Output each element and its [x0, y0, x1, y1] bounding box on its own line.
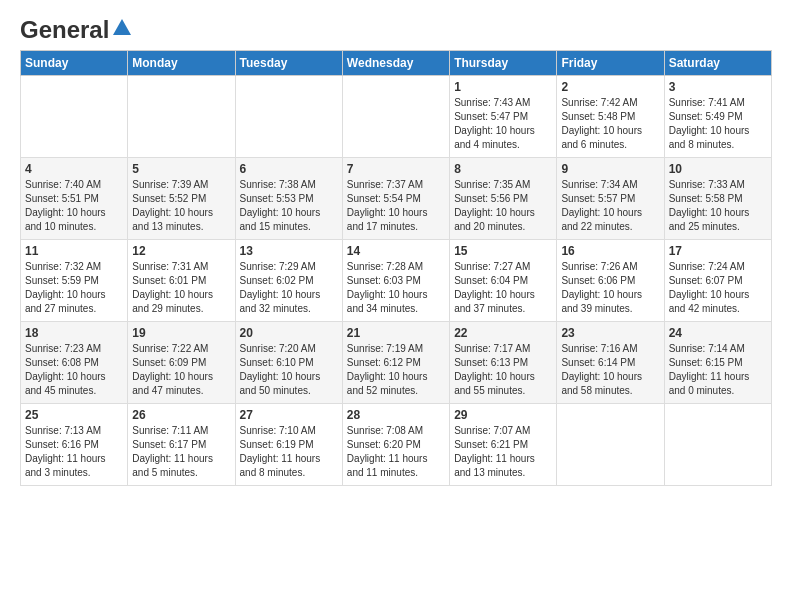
day-number: 1	[454, 80, 552, 94]
header-row: SundayMondayTuesdayWednesdayThursdayFrid…	[21, 51, 772, 76]
header: General	[20, 16, 772, 40]
day-number: 4	[25, 162, 123, 176]
week-row-1: 1Sunrise: 7:43 AMSunset: 5:47 PMDaylight…	[21, 76, 772, 158]
calendar-cell: 12Sunrise: 7:31 AMSunset: 6:01 PMDayligh…	[128, 240, 235, 322]
day-number: 13	[240, 244, 338, 258]
calendar-cell: 1Sunrise: 7:43 AMSunset: 5:47 PMDaylight…	[450, 76, 557, 158]
logo-general: General	[20, 16, 109, 44]
col-header-tuesday: Tuesday	[235, 51, 342, 76]
calendar-cell: 16Sunrise: 7:26 AMSunset: 6:06 PMDayligh…	[557, 240, 664, 322]
day-number: 12	[132, 244, 230, 258]
day-info: Sunrise: 7:26 AMSunset: 6:06 PMDaylight:…	[561, 260, 659, 316]
calendar-cell: 5Sunrise: 7:39 AMSunset: 5:52 PMDaylight…	[128, 158, 235, 240]
day-number: 16	[561, 244, 659, 258]
day-info: Sunrise: 7:10 AMSunset: 6:19 PMDaylight:…	[240, 424, 338, 480]
logo-icon	[111, 17, 133, 39]
calendar-cell	[21, 76, 128, 158]
day-number: 18	[25, 326, 123, 340]
calendar-cell: 13Sunrise: 7:29 AMSunset: 6:02 PMDayligh…	[235, 240, 342, 322]
col-header-sunday: Sunday	[21, 51, 128, 76]
day-info: Sunrise: 7:22 AMSunset: 6:09 PMDaylight:…	[132, 342, 230, 398]
day-number: 10	[669, 162, 767, 176]
day-info: Sunrise: 7:17 AMSunset: 6:13 PMDaylight:…	[454, 342, 552, 398]
day-number: 15	[454, 244, 552, 258]
calendar-cell: 4Sunrise: 7:40 AMSunset: 5:51 PMDaylight…	[21, 158, 128, 240]
calendar-cell: 10Sunrise: 7:33 AMSunset: 5:58 PMDayligh…	[664, 158, 771, 240]
day-info: Sunrise: 7:40 AMSunset: 5:51 PMDaylight:…	[25, 178, 123, 234]
day-number: 22	[454, 326, 552, 340]
calendar-cell	[128, 76, 235, 158]
calendar-cell	[664, 404, 771, 486]
logo: General	[20, 16, 133, 40]
calendar-cell: 14Sunrise: 7:28 AMSunset: 6:03 PMDayligh…	[342, 240, 449, 322]
day-number: 5	[132, 162, 230, 176]
day-info: Sunrise: 7:19 AMSunset: 6:12 PMDaylight:…	[347, 342, 445, 398]
calendar-cell: 6Sunrise: 7:38 AMSunset: 5:53 PMDaylight…	[235, 158, 342, 240]
week-row-3: 11Sunrise: 7:32 AMSunset: 5:59 PMDayligh…	[21, 240, 772, 322]
week-row-2: 4Sunrise: 7:40 AMSunset: 5:51 PMDaylight…	[21, 158, 772, 240]
day-info: Sunrise: 7:42 AMSunset: 5:48 PMDaylight:…	[561, 96, 659, 152]
calendar-cell: 28Sunrise: 7:08 AMSunset: 6:20 PMDayligh…	[342, 404, 449, 486]
day-number: 29	[454, 408, 552, 422]
calendar-cell: 25Sunrise: 7:13 AMSunset: 6:16 PMDayligh…	[21, 404, 128, 486]
day-info: Sunrise: 7:11 AMSunset: 6:17 PMDaylight:…	[132, 424, 230, 480]
calendar-cell	[557, 404, 664, 486]
calendar-cell: 2Sunrise: 7:42 AMSunset: 5:48 PMDaylight…	[557, 76, 664, 158]
calendar-cell: 17Sunrise: 7:24 AMSunset: 6:07 PMDayligh…	[664, 240, 771, 322]
calendar-cell: 3Sunrise: 7:41 AMSunset: 5:49 PMDaylight…	[664, 76, 771, 158]
day-info: Sunrise: 7:39 AMSunset: 5:52 PMDaylight:…	[132, 178, 230, 234]
calendar-cell: 20Sunrise: 7:20 AMSunset: 6:10 PMDayligh…	[235, 322, 342, 404]
day-info: Sunrise: 7:41 AMSunset: 5:49 PMDaylight:…	[669, 96, 767, 152]
day-info: Sunrise: 7:37 AMSunset: 5:54 PMDaylight:…	[347, 178, 445, 234]
day-number: 2	[561, 80, 659, 94]
day-number: 8	[454, 162, 552, 176]
day-info: Sunrise: 7:14 AMSunset: 6:15 PMDaylight:…	[669, 342, 767, 398]
calendar-cell: 22Sunrise: 7:17 AMSunset: 6:13 PMDayligh…	[450, 322, 557, 404]
calendar-cell	[235, 76, 342, 158]
calendar-cell	[342, 76, 449, 158]
day-info: Sunrise: 7:33 AMSunset: 5:58 PMDaylight:…	[669, 178, 767, 234]
day-info: Sunrise: 7:23 AMSunset: 6:08 PMDaylight:…	[25, 342, 123, 398]
day-info: Sunrise: 7:07 AMSunset: 6:21 PMDaylight:…	[454, 424, 552, 480]
day-info: Sunrise: 7:08 AMSunset: 6:20 PMDaylight:…	[347, 424, 445, 480]
day-number: 17	[669, 244, 767, 258]
day-info: Sunrise: 7:43 AMSunset: 5:47 PMDaylight:…	[454, 96, 552, 152]
day-info: Sunrise: 7:38 AMSunset: 5:53 PMDaylight:…	[240, 178, 338, 234]
day-number: 7	[347, 162, 445, 176]
calendar-cell: 26Sunrise: 7:11 AMSunset: 6:17 PMDayligh…	[128, 404, 235, 486]
day-number: 9	[561, 162, 659, 176]
calendar-table: SundayMondayTuesdayWednesdayThursdayFrid…	[20, 50, 772, 486]
calendar-cell: 11Sunrise: 7:32 AMSunset: 5:59 PMDayligh…	[21, 240, 128, 322]
day-info: Sunrise: 7:34 AMSunset: 5:57 PMDaylight:…	[561, 178, 659, 234]
calendar-cell: 29Sunrise: 7:07 AMSunset: 6:21 PMDayligh…	[450, 404, 557, 486]
day-number: 23	[561, 326, 659, 340]
day-number: 6	[240, 162, 338, 176]
day-number: 14	[347, 244, 445, 258]
day-info: Sunrise: 7:29 AMSunset: 6:02 PMDaylight:…	[240, 260, 338, 316]
day-number: 25	[25, 408, 123, 422]
page-container: General SundayMondayTuesdayWednesdayThur…	[0, 0, 792, 496]
svg-marker-0	[113, 19, 131, 35]
calendar-cell: 23Sunrise: 7:16 AMSunset: 6:14 PMDayligh…	[557, 322, 664, 404]
day-info: Sunrise: 7:35 AMSunset: 5:56 PMDaylight:…	[454, 178, 552, 234]
calendar-cell: 9Sunrise: 7:34 AMSunset: 5:57 PMDaylight…	[557, 158, 664, 240]
day-number: 19	[132, 326, 230, 340]
week-row-5: 25Sunrise: 7:13 AMSunset: 6:16 PMDayligh…	[21, 404, 772, 486]
day-info: Sunrise: 7:28 AMSunset: 6:03 PMDaylight:…	[347, 260, 445, 316]
day-info: Sunrise: 7:20 AMSunset: 6:10 PMDaylight:…	[240, 342, 338, 398]
calendar-cell: 15Sunrise: 7:27 AMSunset: 6:04 PMDayligh…	[450, 240, 557, 322]
day-number: 24	[669, 326, 767, 340]
col-header-friday: Friday	[557, 51, 664, 76]
day-info: Sunrise: 7:24 AMSunset: 6:07 PMDaylight:…	[669, 260, 767, 316]
calendar-cell: 7Sunrise: 7:37 AMSunset: 5:54 PMDaylight…	[342, 158, 449, 240]
day-number: 11	[25, 244, 123, 258]
day-number: 20	[240, 326, 338, 340]
calendar-cell: 27Sunrise: 7:10 AMSunset: 6:19 PMDayligh…	[235, 404, 342, 486]
day-info: Sunrise: 7:16 AMSunset: 6:14 PMDaylight:…	[561, 342, 659, 398]
week-row-4: 18Sunrise: 7:23 AMSunset: 6:08 PMDayligh…	[21, 322, 772, 404]
calendar-cell: 19Sunrise: 7:22 AMSunset: 6:09 PMDayligh…	[128, 322, 235, 404]
calendar-cell: 21Sunrise: 7:19 AMSunset: 6:12 PMDayligh…	[342, 322, 449, 404]
col-header-saturday: Saturday	[664, 51, 771, 76]
day-info: Sunrise: 7:32 AMSunset: 5:59 PMDaylight:…	[25, 260, 123, 316]
day-number: 21	[347, 326, 445, 340]
